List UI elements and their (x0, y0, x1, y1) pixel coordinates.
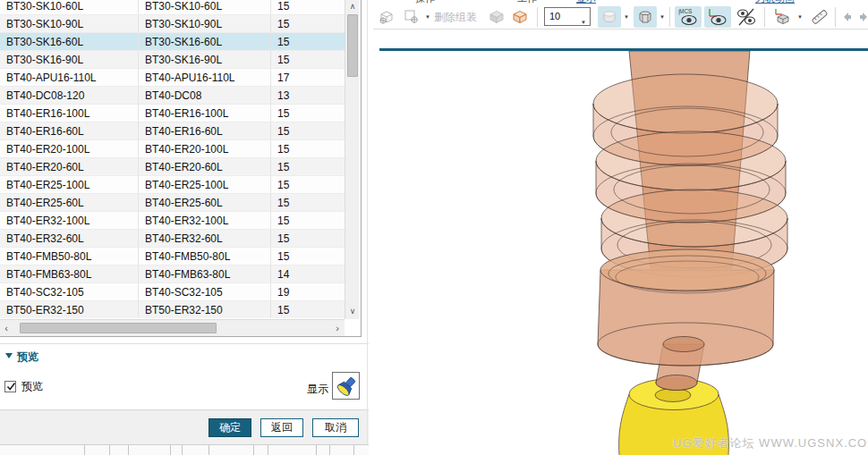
cell-name: BT30-SK10-60L (0, 0, 139, 14)
vertical-scroll-thumb[interactable] (347, 14, 358, 77)
preview-checkbox[interactable] (4, 381, 16, 392)
graphics-pane: 操作 工作 显示 刀轨动画 ▼ 删除组装 (369, 0, 868, 455)
point-dialog-icon[interactable] (401, 6, 422, 28)
preview-checkbox-row[interactable]: 预览 (4, 379, 43, 393)
cell-value: 15 (271, 15, 345, 32)
table-row[interactable]: BT40-ER25-60L BT40-ER25-60L 15 (0, 194, 345, 212)
cell-name: BT40-DC08-120 (0, 87, 139, 104)
dialog-footer: 确定 返回 取消 (0, 409, 373, 444)
table-row[interactable]: BT50-ER32-150 BT50-ER32-150 15 (0, 301, 345, 318)
shaded-display-icon[interactable] (598, 6, 621, 28)
cell-desc: BT30-SK10-60L (139, 0, 271, 14)
product-outline-icon[interactable] (509, 6, 531, 28)
chevron-down-icon[interactable]: ▼ (622, 6, 631, 28)
cell-value: 15 (271, 248, 345, 265)
table-row[interactable]: BT30-SK10-90L BT30-SK10-90L 15 (0, 15, 345, 33)
table-row[interactable]: BT40-FMB63-80L BT40-FMB63-80L 14 (0, 265, 345, 283)
shaded-box-icon[interactable] (486, 6, 507, 28)
chevron-down-icon[interactable]: ▼ (796, 6, 804, 28)
cell-value: 15 (271, 140, 345, 157)
show-mcs-icon[interactable]: MCS (675, 6, 702, 28)
cell-desc: BT30-SK16-90L (139, 51, 271, 68)
cell-name: BT40-ER32-100L (0, 212, 139, 229)
svg-text:MCS: MCS (679, 8, 693, 14)
table-row[interactable]: BT40-ER25-100L BT40-ER25-100L 15 (0, 176, 345, 194)
csys-box-icon[interactable] (770, 6, 795, 28)
cell-value: 14 (271, 265, 345, 282)
horizontal-scroll-thumb[interactable] (20, 323, 217, 333)
table-row[interactable]: BT40-ER32-100L BT40-ER32-100L 15 (0, 212, 345, 230)
scroll-down-icon[interactable]: ∨ (345, 305, 360, 317)
cell-desc: BT40-ER16-100L (139, 105, 271, 122)
cell-value: 15 (271, 105, 345, 122)
table-row[interactable]: BT40-SC32-105 BT40-SC32-105 19 (0, 283, 345, 301)
table-row[interactable]: BT40-ER16-100L BT40-ER16-100L 15 (0, 105, 345, 122)
forward-arrow-icon[interactable] (857, 6, 868, 28)
cell-desc: BT40-FMB63-80L (139, 265, 271, 282)
cell-value: 15 (271, 194, 345, 211)
cell-desc: BT40-SC32-105 (139, 283, 271, 300)
cell-value: 15 (271, 301, 345, 318)
scroll-up-icon[interactable]: ∧ (345, 0, 360, 13)
table-row[interactable]: BT40-ER32-60L BT40-ER32-60L 15 (0, 230, 345, 248)
graphics-toolbar: ▼ 删除组装 10 ▼ (373, 4, 868, 29)
cell-name: BT40-SC32-105 (0, 283, 139, 300)
cell-desc: BT40-FMB50-80L (139, 248, 271, 265)
cell-value: 19 (271, 283, 345, 300)
scroll-right-icon[interactable]: › (331, 320, 344, 336)
horizontal-scrollbar[interactable]: ‹ › (0, 319, 345, 336)
table-row[interactable]: BT40-DC08-120 BT40-DC08 13 (0, 87, 345, 105)
vertical-scrollbar[interactable]: ∧ ∨ (345, 0, 359, 319)
tool-holder-model (369, 51, 868, 455)
table-row[interactable]: BT40-APU16-110L BT40-APU16-110L 17 (0, 69, 345, 87)
cancel-button[interactable]: 取消 (312, 418, 359, 437)
watermark: UG爱好者论坛 WWW.UGSNX.COM (673, 435, 868, 451)
scroll-left-icon[interactable]: ‹ (0, 320, 13, 336)
ok-button[interactable]: 确定 (208, 418, 251, 437)
collapse-triangle-icon (5, 353, 13, 358)
cell-name: BT30-SK16-60L (0, 33, 139, 50)
layer-combobox[interactable]: 10 ▼ (544, 7, 591, 26)
back-button[interactable]: 返回 (260, 418, 303, 437)
cell-name: BT30-SK16-90L (0, 51, 139, 68)
cell-name: BT40-ER20-60L (0, 158, 139, 175)
holder-table-rows: BT30-SK10-60L BT30-SK10-60L 15 BT30-SK10… (0, 0, 345, 318)
delete-assembly-button[interactable]: 删除组装 (434, 10, 477, 25)
table-row[interactable]: BT40-ER20-100L BT40-ER20-100L 15 (0, 140, 345, 158)
divider (0, 343, 373, 344)
hide-all-icon[interactable] (734, 6, 759, 28)
cell-name: BT40-ER16-100L (0, 105, 139, 122)
cell-name: BT40-FMB50-80L (0, 248, 139, 265)
cell-desc: BT40-ER32-100L (139, 212, 271, 229)
cell-desc: BT30-SK10-90L (139, 15, 271, 32)
table-row[interactable]: BT40-FMB50-80L BT40-FMB50-80L 15 (0, 248, 345, 265)
3d-viewport[interactable]: UG爱好者论坛 WWW.UGSNX.COM (369, 51, 868, 455)
cell-value: 15 (271, 51, 345, 68)
show-result-button[interactable] (332, 372, 360, 400)
coil-rings (593, 74, 787, 277)
shaded-edges-display-icon[interactable] (634, 6, 657, 28)
table-row[interactable]: BT40-ER20-60L BT40-ER20-60L 15 (0, 158, 345, 176)
table-row[interactable]: BT30-SK16-60L BT30-SK16-60L 15 (0, 33, 345, 51)
preview-checkbox-label: 预览 (21, 379, 43, 394)
move-component-icon[interactable] (376, 6, 397, 28)
table-row[interactable]: BT30-SK10-60L BT30-SK10-60L 15 (0, 0, 345, 15)
cell-name: BT40-ER25-100L (0, 176, 139, 193)
chevron-down-icon[interactable]: ▼ (658, 6, 667, 28)
show-label: 显示 (307, 382, 328, 397)
cell-desc: BT40-ER20-100L (139, 140, 271, 157)
table-row[interactable]: BT40-ER16-60L BT40-ER16-60L 15 (0, 122, 345, 140)
show-axes-icon[interactable] (704, 6, 731, 28)
cell-desc: BT40-ER20-60L (139, 158, 271, 175)
chevron-down-icon[interactable]: ▼ (423, 6, 432, 28)
cell-name: BT40-FMB63-80L (0, 265, 139, 282)
preview-section-header[interactable]: 预览 (5, 350, 38, 365)
table-row[interactable]: BT30-SK16-90L BT30-SK16-90L 15 (0, 51, 345, 69)
measure-icon[interactable] (807, 6, 832, 28)
cell-desc: BT40-ER25-60L (139, 194, 271, 211)
back-arrow-icon[interactable] (839, 6, 854, 28)
cell-desc: BT40-APU16-110L (139, 69, 271, 86)
cell-value: 15 (271, 176, 345, 193)
nx-window: BT30-SK10-60L BT30-SK10-60L 15 BT30-SK10… (0, 0, 868, 455)
flashlight-icon (335, 375, 358, 398)
